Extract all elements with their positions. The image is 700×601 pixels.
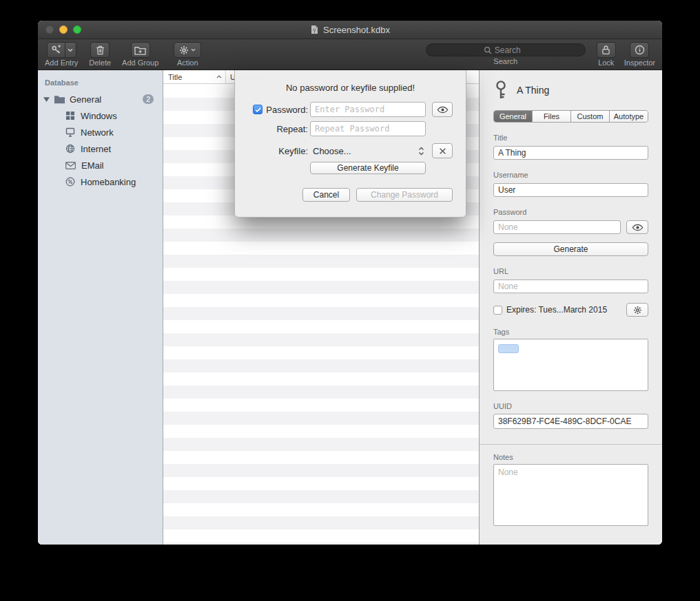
inspector-button[interactable] (630, 42, 649, 58)
sidebar-item-label: General (70, 94, 101, 105)
key-plus-icon (51, 45, 61, 55)
document-icon (310, 25, 319, 34)
delete-label: Delete (89, 59, 111, 67)
action-label: Action (177, 59, 198, 67)
app-window: Screenshot.kdbx Add Entry Delete (38, 21, 662, 545)
sidebar-item-internet[interactable]: Internet (38, 140, 163, 157)
keyfile-row: Keyfile: Choose... (235, 143, 466, 158)
notes-field[interactable] (493, 464, 648, 526)
sidebar-item-label: EMail (81, 160, 104, 171)
change-password-button[interactable]: Change Password (356, 188, 453, 202)
tab-custom[interactable]: Custom (571, 111, 610, 122)
sidebar-item-label: Internet (81, 144, 111, 154)
sidebar-item-label: Windows (81, 111, 117, 121)
reveal-dialog-password-button[interactable] (432, 102, 453, 117)
sidebar-header: Database (38, 78, 163, 87)
add-entry-button[interactable] (47, 42, 65, 58)
inspector-separator (480, 444, 662, 445)
add-group-tool: Add Group (122, 42, 158, 67)
dialog-buttons: Cancel Change Password (235, 188, 466, 202)
search-input[interactable] (495, 45, 528, 55)
keyfile-popup-value: Choose... (313, 146, 351, 156)
close-button[interactable] (45, 25, 54, 34)
clear-keyfile-button[interactable] (432, 143, 453, 158)
repeat-label: Repeat: (276, 124, 308, 134)
minimize-button[interactable] (59, 25, 68, 34)
delete-button[interactable] (90, 42, 110, 58)
url-field[interactable] (493, 280, 648, 293)
disclosure-triangle-icon[interactable] (43, 97, 50, 102)
sort-ascending-icon (216, 75, 222, 78)
reveal-password-button[interactable] (626, 220, 648, 234)
inspector-tool: Inspector (624, 42, 655, 67)
entry-count-badge: 2 (143, 94, 154, 104)
expires-label: Expires: Tues...March 2015 (506, 305, 622, 315)
delete-tool: Delete (89, 42, 111, 67)
checkmark-icon (255, 107, 261, 112)
cancel-button[interactable]: Cancel (302, 188, 350, 202)
add-entry-menu-button[interactable] (65, 42, 76, 58)
sidebar-item-homebanking[interactable]: Homebanking (38, 173, 163, 190)
expires-checkbox[interactable] (493, 306, 502, 315)
chevron-down-icon (68, 48, 73, 52)
tab-autotype[interactable]: Autotype (610, 111, 648, 122)
expires-settings-button[interactable] (626, 303, 648, 317)
password-dialog: No password or keyfile supplied! Passwor… (234, 70, 466, 218)
generate-password-button[interactable]: Generate (493, 242, 648, 256)
entry-header: A Thing (493, 80, 648, 101)
notes-label: Notes (493, 453, 648, 461)
sidebar-item-general[interactable]: General 2 (38, 91, 163, 107)
column-header-title[interactable]: Title (163, 70, 226, 83)
tags-box[interactable] (493, 339, 648, 391)
generate-keyfile-button[interactable]: Generate Keyfile (310, 162, 426, 174)
inspector-tabs: General Files Custom Autotype (493, 110, 648, 123)
search-field[interactable] (426, 43, 586, 56)
toolbar: Add Entry Delete Add Group Action (38, 39, 662, 70)
sidebar-item-email[interactable]: EMail (38, 157, 163, 173)
envelope-icon (65, 162, 76, 169)
expires-row: Expires: Tues...March 2015 (493, 303, 648, 317)
uuid-label: UUID (493, 402, 648, 410)
zoom-button[interactable] (73, 25, 81, 34)
keyfile-popup[interactable]: Choose... (310, 143, 426, 158)
sidebar-item-network[interactable]: Network (38, 124, 163, 140)
title-field[interactable] (493, 146, 648, 160)
tab-files[interactable]: Files (533, 111, 571, 122)
window-panes-icon (65, 111, 75, 120)
sidebar: Database General 2 Windows Network Inter… (38, 70, 163, 545)
trash-icon (96, 45, 105, 55)
repeat-password-input[interactable] (310, 121, 426, 136)
lock-label: Lock (598, 59, 614, 67)
uuid-field[interactable] (493, 414, 648, 429)
repeat-row: Repeat: (235, 121, 466, 136)
add-entry-tool: Add Entry (45, 42, 78, 67)
username-label: Username (493, 171, 648, 179)
info-icon (635, 45, 645, 55)
add-group-button[interactable] (131, 42, 150, 58)
tag-chip (498, 344, 519, 353)
action-button[interactable] (174, 42, 201, 58)
chevron-down-icon (191, 48, 196, 52)
folder-plus-icon (134, 45, 146, 55)
eye-icon (632, 224, 644, 231)
entry-title: A Thing (517, 85, 549, 96)
folder-icon (54, 94, 65, 104)
lock-button[interactable] (597, 42, 616, 58)
password-checkbox[interactable] (253, 105, 262, 114)
eye-icon (437, 106, 449, 114)
enter-password-input[interactable] (310, 102, 426, 117)
search-tool: Search (426, 42, 586, 65)
password-field[interactable] (493, 220, 621, 234)
search-label: Search (493, 57, 517, 65)
username-field[interactable] (493, 183, 648, 197)
monitor-icon (65, 127, 75, 137)
popup-stepper-icon (418, 146, 424, 156)
lock-tool: Lock (597, 42, 616, 67)
dialog-message: No password or keyfile supplied! (235, 83, 466, 94)
title-label: Title (493, 134, 648, 142)
titlebar: Screenshot.kdbx (38, 21, 662, 39)
tab-general[interactable]: General (494, 111, 533, 122)
sidebar-item-windows[interactable]: Windows (38, 107, 163, 124)
password-label: Password (493, 208, 648, 216)
traffic-lights (45, 25, 81, 34)
